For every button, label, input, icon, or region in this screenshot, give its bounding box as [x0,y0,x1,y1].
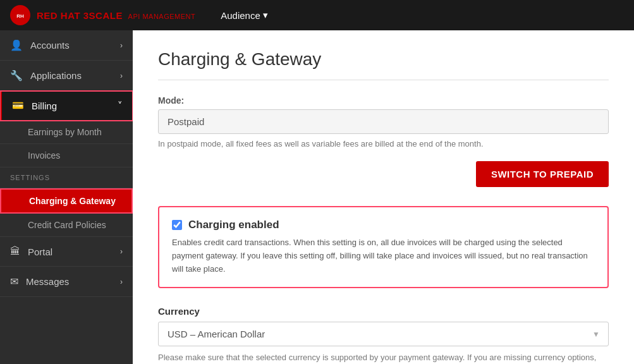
switch-to-prepaid-button[interactable]: Switch to PREPAID [476,161,609,187]
sidebar-item-portal[interactable]: 🏛 Portal › [0,237,133,267]
divider [158,80,609,80]
charging-header: Charging enabled [172,219,595,231]
mode-description: In postpaid mode, all fixed fees as well… [158,139,609,149]
chevron-down-icon: ▾ [263,9,268,21]
chevron-right-icon-2: › [120,71,123,80]
charging-description: Enables credit card transactions. When t… [172,236,595,276]
sidebar-sub-credit-card-policies[interactable]: Credit Card Policies [0,214,133,237]
applications-icon: 🔧 [10,70,23,82]
audience-menu[interactable]: Audience ▾ [221,9,268,21]
charging-enabled-checkbox[interactable] [172,220,182,230]
sidebar: 👤 Accounts › 🔧 Applications › 💳 Billing … [0,30,133,364]
main-content: Charging & Gateway Mode: In postpaid mod… [133,30,634,364]
sidebar-item-applications-label: Applications [30,70,82,81]
logo-icon: RH [10,5,30,25]
billing-icon: 💳 [12,100,24,111]
currency-select[interactable]: USD – American Dollar EUR – Euro GBP – B… [158,322,609,346]
currency-select-wrapper: USD – American Dollar EUR – Euro GBP – B… [158,322,609,346]
switch-btn-row: Switch to PREPAID [158,161,609,187]
sidebar-item-accounts-label: Accounts [30,40,70,51]
sidebar-item-portal-label: Portal [28,246,52,257]
sidebar-item-messages-label: Messages [26,276,69,287]
mode-section: Mode: In postpaid mode, all fixed fees a… [158,95,609,187]
sidebar-sub-earnings[interactable]: Earnings by Month [0,121,133,144]
sidebar-sub-invoices[interactable]: Invoices [0,144,133,167]
layout: 👤 Accounts › 🔧 Applications › 💳 Billing … [0,30,634,364]
currency-note: Please make sure that the selected curre… [158,351,609,364]
settings-label: Settings [0,167,133,188]
chevron-right-messages-icon: › [120,277,123,286]
chevron-right-portal-icon: › [120,247,123,256]
accounts-icon: 👤 [10,39,23,51]
page-title: Charging & Gateway [158,49,609,70]
chevron-right-icon: › [120,41,123,50]
top-nav: RH RED HAT 3SCALE API MANAGEMENT Audienc… [0,0,634,30]
sidebar-item-accounts[interactable]: 👤 Accounts › [0,30,133,61]
messages-icon: ✉ [10,276,18,288]
sidebar-sub-charging-gateway[interactable]: Charging & Gateway [0,188,133,214]
logo: RH RED HAT 3SCALE API MANAGEMENT [10,5,195,25]
charging-label: Charging enabled [188,219,279,231]
sidebar-item-billing[interactable]: 💳 Billing ˅ [0,91,133,121]
sidebar-item-applications[interactable]: 🔧 Applications › [0,61,133,91]
brand-name: RED HAT 3SCALE API MANAGEMENT [37,10,195,21]
currency-section: Currency USD – American Dollar EUR – Eur… [158,306,609,364]
mode-row [158,109,609,134]
chevron-down-billing-icon: ˅ [118,100,123,111]
charging-enabled-box: Charging enabled Enables credit card tra… [158,206,609,288]
billing-section: 💳 Billing ˅ Earnings by Month Invoices S… [0,91,133,237]
svg-text:RH: RH [16,13,24,19]
mode-label: Mode: [158,95,609,106]
mode-input[interactable] [158,109,609,134]
sidebar-item-messages[interactable]: ✉ Messages › [0,267,133,297]
sidebar-item-billing-label: Billing [32,100,57,111]
portal-icon: 🏛 [10,246,20,257]
currency-label: Currency [158,306,609,317]
